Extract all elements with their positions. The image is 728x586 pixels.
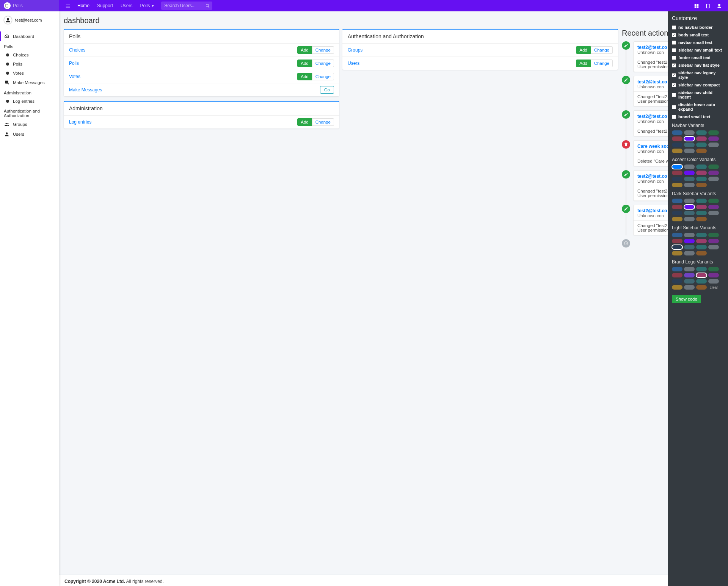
color-swatch[interactable]	[672, 171, 682, 175]
checkbox-row[interactable]: sidebar nav flat style	[672, 63, 724, 67]
color-swatch[interactable]	[672, 177, 682, 181]
sidebar-item-groups[interactable]: Groups	[0, 119, 59, 129]
color-swatch[interactable]	[684, 267, 695, 271]
color-swatch[interactable]	[696, 143, 707, 147]
nav-link-users[interactable]: Users	[117, 3, 136, 8]
color-swatch[interactable]	[708, 245, 719, 249]
color-swatch[interactable]	[684, 239, 695, 243]
color-swatch[interactable]	[684, 183, 695, 187]
add-button[interactable]: Add	[297, 60, 312, 67]
color-swatch[interactable]	[708, 199, 719, 203]
color-swatch[interactable]	[696, 233, 707, 237]
color-swatch[interactable]	[696, 273, 707, 277]
color-swatch[interactable]	[672, 211, 682, 215]
checkbox-row[interactable]: sidebar nav legacy style	[672, 71, 724, 80]
add-button[interactable]: Add	[297, 73, 312, 80]
color-swatch[interactable]	[684, 143, 695, 147]
model-link-make-messages[interactable]: Make Messages	[69, 87, 102, 92]
nav-link-polls[interactable]: Polls▼	[136, 3, 158, 8]
color-swatch[interactable]	[696, 217, 707, 221]
color-swatch[interactable]	[672, 149, 682, 153]
nav-link-support[interactable]: Support	[93, 3, 117, 8]
timeline-user-link[interactable]: test2@test.co	[637, 114, 667, 119]
color-swatch[interactable]	[684, 199, 695, 203]
checkbox-row[interactable]: footer small text	[672, 55, 724, 60]
color-swatch[interactable]	[708, 211, 719, 215]
user-panel[interactable]: test@test.com	[0, 11, 59, 29]
color-swatch[interactable]	[672, 130, 682, 135]
color-swatch[interactable]	[684, 217, 695, 221]
timeline-user-link[interactable]: test2@test.co	[637, 208, 667, 213]
color-swatch[interactable]	[672, 183, 682, 187]
timeline-user-link[interactable]: test2@test.co	[637, 45, 667, 50]
color-swatch[interactable]	[708, 165, 719, 169]
color-swatch[interactable]	[696, 251, 707, 255]
change-button[interactable]: Change	[312, 46, 334, 54]
color-swatch[interactable]	[684, 251, 695, 255]
color-swatch[interactable]	[708, 233, 719, 237]
sidebar-item-log-entries[interactable]: Log entries	[0, 97, 59, 106]
add-button[interactable]: Add	[297, 46, 312, 54]
model-link-choices[interactable]: Choices	[69, 47, 85, 53]
color-swatch[interactable]	[696, 245, 707, 249]
sidebar-item-polls[interactable]: Polls	[0, 60, 59, 69]
color-swatch[interactable]	[708, 273, 719, 277]
color-swatch[interactable]	[708, 205, 719, 209]
color-swatch[interactable]	[672, 165, 682, 169]
color-swatch[interactable]	[672, 245, 682, 249]
change-button[interactable]: Change	[591, 60, 613, 67]
color-swatch[interactable]	[684, 177, 695, 181]
go-button[interactable]: Go	[320, 86, 334, 94]
color-swatch[interactable]	[684, 233, 695, 237]
color-swatch[interactable]	[684, 245, 695, 249]
color-swatch[interactable]	[696, 136, 707, 141]
color-swatch[interactable]	[684, 165, 695, 169]
color-swatch[interactable]	[684, 273, 695, 277]
color-swatch[interactable]	[708, 239, 719, 243]
change-button[interactable]: Change	[591, 46, 613, 54]
sidebar-toggle-icon[interactable]	[62, 3, 74, 9]
sidebar-item-users[interactable]: Users	[0, 129, 59, 139]
color-swatch[interactable]	[696, 183, 707, 187]
color-swatch[interactable]	[696, 149, 707, 153]
color-swatch[interactable]	[672, 205, 682, 209]
model-link-log-entries[interactable]: Log entries	[69, 119, 91, 125]
color-swatch[interactable]	[696, 199, 707, 203]
apps-icon[interactable]	[691, 3, 702, 9]
color-swatch[interactable]	[672, 279, 682, 284]
checkbox-row[interactable]: brand small text	[672, 114, 724, 119]
change-button[interactable]: Change	[312, 118, 334, 126]
color-swatch[interactable]	[672, 217, 682, 221]
color-swatch[interactable]	[696, 267, 707, 271]
color-swatch[interactable]	[696, 211, 707, 215]
color-swatch[interactable]	[672, 239, 682, 243]
color-swatch[interactable]	[708, 279, 719, 284]
checkbox-row[interactable]: no navbar border	[672, 25, 724, 30]
model-link-users-auth[interactable]: Users	[348, 61, 359, 66]
checkbox-row[interactable]: sidebar nav compact	[672, 83, 724, 87]
model-link-groups[interactable]: Groups	[348, 47, 362, 53]
change-button[interactable]: Change	[312, 73, 334, 80]
color-swatch[interactable]	[684, 136, 695, 141]
color-swatch[interactable]	[684, 130, 695, 135]
sidebar-item-dashboard[interactable]: Dashboard	[0, 31, 59, 41]
timeline-user-link[interactable]: test2@test.co	[637, 174, 667, 179]
color-swatch[interactable]	[696, 239, 707, 243]
color-swatch[interactable]	[696, 130, 707, 135]
color-swatch[interactable]	[708, 171, 719, 175]
color-swatch[interactable]	[696, 205, 707, 209]
add-button[interactable]: Add	[576, 46, 590, 54]
color-swatch[interactable]	[684, 279, 695, 284]
color-swatch[interactable]	[672, 285, 682, 290]
color-swatch[interactable]	[696, 165, 707, 169]
color-swatch[interactable]	[708, 136, 719, 141]
sidebar-item-votes[interactable]: Votes	[0, 69, 59, 78]
clear-link[interactable]: clear	[710, 285, 718, 290]
color-swatch[interactable]	[684, 205, 695, 209]
color-swatch[interactable]	[684, 171, 695, 175]
color-swatch[interactable]	[672, 273, 682, 277]
brand[interactable]: Polls	[0, 0, 59, 11]
checkbox-row[interactable]: disable hover auto expand	[672, 102, 724, 111]
color-swatch[interactable]	[684, 149, 695, 153]
color-swatch[interactable]	[684, 211, 695, 215]
